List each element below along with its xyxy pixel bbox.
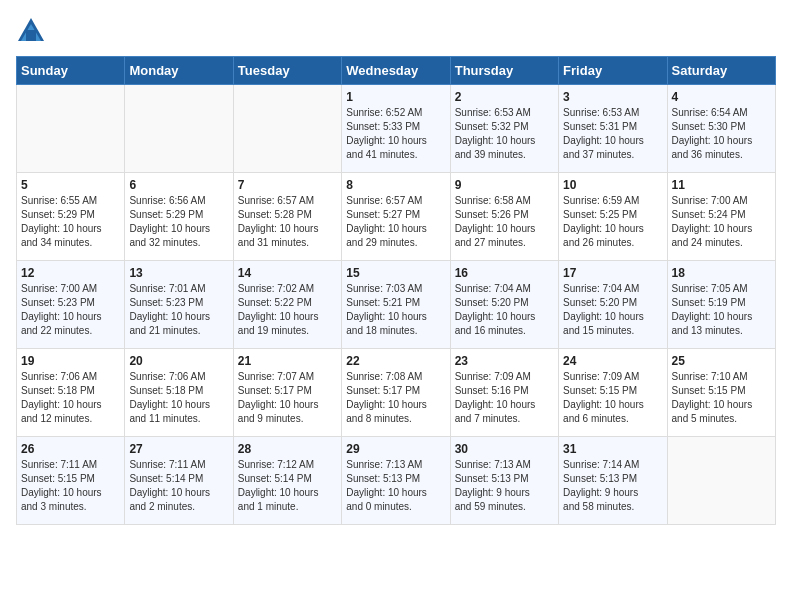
cell-content: Sunrise: 7:00 AM Sunset: 5:23 PM Dayligh…: [21, 282, 120, 338]
day-number: 31: [563, 442, 662, 456]
day-number: 29: [346, 442, 445, 456]
calendar-cell: 16Sunrise: 7:04 AM Sunset: 5:20 PM Dayli…: [450, 261, 558, 349]
calendar-cell: 5Sunrise: 6:55 AM Sunset: 5:29 PM Daylig…: [17, 173, 125, 261]
cell-content: Sunrise: 7:11 AM Sunset: 5:14 PM Dayligh…: [129, 458, 228, 514]
day-number: 27: [129, 442, 228, 456]
calendar-cell: 22Sunrise: 7:08 AM Sunset: 5:17 PM Dayli…: [342, 349, 450, 437]
day-number: 4: [672, 90, 771, 104]
cell-content: Sunrise: 6:52 AM Sunset: 5:33 PM Dayligh…: [346, 106, 445, 162]
day-number: 21: [238, 354, 337, 368]
day-number: 5: [21, 178, 120, 192]
cell-content: Sunrise: 7:13 AM Sunset: 5:13 PM Dayligh…: [455, 458, 554, 514]
calendar-week-row: 12Sunrise: 7:00 AM Sunset: 5:23 PM Dayli…: [17, 261, 776, 349]
calendar-cell: 21Sunrise: 7:07 AM Sunset: 5:17 PM Dayli…: [233, 349, 341, 437]
cell-content: Sunrise: 7:03 AM Sunset: 5:21 PM Dayligh…: [346, 282, 445, 338]
cell-content: Sunrise: 7:10 AM Sunset: 5:15 PM Dayligh…: [672, 370, 771, 426]
cell-content: Sunrise: 7:00 AM Sunset: 5:24 PM Dayligh…: [672, 194, 771, 250]
header-friday: Friday: [559, 57, 667, 85]
calendar-cell: 13Sunrise: 7:01 AM Sunset: 5:23 PM Dayli…: [125, 261, 233, 349]
cell-content: Sunrise: 6:54 AM Sunset: 5:30 PM Dayligh…: [672, 106, 771, 162]
cell-content: Sunrise: 7:06 AM Sunset: 5:18 PM Dayligh…: [129, 370, 228, 426]
calendar-cell: 14Sunrise: 7:02 AM Sunset: 5:22 PM Dayli…: [233, 261, 341, 349]
day-number: 25: [672, 354, 771, 368]
cell-content: Sunrise: 7:04 AM Sunset: 5:20 PM Dayligh…: [455, 282, 554, 338]
day-number: 10: [563, 178, 662, 192]
calendar-week-row: 19Sunrise: 7:06 AM Sunset: 5:18 PM Dayli…: [17, 349, 776, 437]
calendar-cell: 8Sunrise: 6:57 AM Sunset: 5:27 PM Daylig…: [342, 173, 450, 261]
day-number: 14: [238, 266, 337, 280]
cell-content: Sunrise: 6:57 AM Sunset: 5:28 PM Dayligh…: [238, 194, 337, 250]
cell-content: Sunrise: 7:11 AM Sunset: 5:15 PM Dayligh…: [21, 458, 120, 514]
day-number: 6: [129, 178, 228, 192]
header-monday: Monday: [125, 57, 233, 85]
day-number: 7: [238, 178, 337, 192]
day-number: 28: [238, 442, 337, 456]
cell-content: Sunrise: 6:53 AM Sunset: 5:31 PM Dayligh…: [563, 106, 662, 162]
cell-content: Sunrise: 7:14 AM Sunset: 5:13 PM Dayligh…: [563, 458, 662, 514]
calendar-cell: 28Sunrise: 7:12 AM Sunset: 5:14 PM Dayli…: [233, 437, 341, 525]
day-number: 24: [563, 354, 662, 368]
calendar-cell: 23Sunrise: 7:09 AM Sunset: 5:16 PM Dayli…: [450, 349, 558, 437]
calendar-cell: 27Sunrise: 7:11 AM Sunset: 5:14 PM Dayli…: [125, 437, 233, 525]
logo-icon: [16, 16, 46, 46]
day-number: 26: [21, 442, 120, 456]
calendar-cell: 17Sunrise: 7:04 AM Sunset: 5:20 PM Dayli…: [559, 261, 667, 349]
day-number: 8: [346, 178, 445, 192]
calendar-cell: 26Sunrise: 7:11 AM Sunset: 5:15 PM Dayli…: [17, 437, 125, 525]
header-saturday: Saturday: [667, 57, 775, 85]
day-number: 2: [455, 90, 554, 104]
cell-content: Sunrise: 7:01 AM Sunset: 5:23 PM Dayligh…: [129, 282, 228, 338]
day-number: 13: [129, 266, 228, 280]
calendar-cell: [17, 85, 125, 173]
calendar-cell: 1Sunrise: 6:52 AM Sunset: 5:33 PM Daylig…: [342, 85, 450, 173]
day-number: 23: [455, 354, 554, 368]
calendar-week-row: 5Sunrise: 6:55 AM Sunset: 5:29 PM Daylig…: [17, 173, 776, 261]
cell-content: Sunrise: 7:09 AM Sunset: 5:16 PM Dayligh…: [455, 370, 554, 426]
cell-content: Sunrise: 6:56 AM Sunset: 5:29 PM Dayligh…: [129, 194, 228, 250]
calendar-cell: 30Sunrise: 7:13 AM Sunset: 5:13 PM Dayli…: [450, 437, 558, 525]
day-number: 30: [455, 442, 554, 456]
day-number: 12: [21, 266, 120, 280]
calendar-cell: 31Sunrise: 7:14 AM Sunset: 5:13 PM Dayli…: [559, 437, 667, 525]
calendar-cell: 18Sunrise: 7:05 AM Sunset: 5:19 PM Dayli…: [667, 261, 775, 349]
cell-content: Sunrise: 7:04 AM Sunset: 5:20 PM Dayligh…: [563, 282, 662, 338]
calendar-cell: 11Sunrise: 7:00 AM Sunset: 5:24 PM Dayli…: [667, 173, 775, 261]
day-number: 22: [346, 354, 445, 368]
day-number: 9: [455, 178, 554, 192]
cell-content: Sunrise: 6:55 AM Sunset: 5:29 PM Dayligh…: [21, 194, 120, 250]
day-number: 11: [672, 178, 771, 192]
calendar-cell: [667, 437, 775, 525]
cell-content: Sunrise: 7:09 AM Sunset: 5:15 PM Dayligh…: [563, 370, 662, 426]
cell-content: Sunrise: 6:53 AM Sunset: 5:32 PM Dayligh…: [455, 106, 554, 162]
page-header: [16, 16, 776, 46]
calendar-cell: 12Sunrise: 7:00 AM Sunset: 5:23 PM Dayli…: [17, 261, 125, 349]
calendar-table: SundayMondayTuesdayWednesdayThursdayFrid…: [16, 56, 776, 525]
header-sunday: Sunday: [17, 57, 125, 85]
calendar-cell: 15Sunrise: 7:03 AM Sunset: 5:21 PM Dayli…: [342, 261, 450, 349]
calendar-cell: 2Sunrise: 6:53 AM Sunset: 5:32 PM Daylig…: [450, 85, 558, 173]
calendar-header-row: SundayMondayTuesdayWednesdayThursdayFrid…: [17, 57, 776, 85]
calendar-cell: 29Sunrise: 7:13 AM Sunset: 5:13 PM Dayli…: [342, 437, 450, 525]
cell-content: Sunrise: 7:06 AM Sunset: 5:18 PM Dayligh…: [21, 370, 120, 426]
cell-content: Sunrise: 7:07 AM Sunset: 5:17 PM Dayligh…: [238, 370, 337, 426]
calendar-cell: 10Sunrise: 6:59 AM Sunset: 5:25 PM Dayli…: [559, 173, 667, 261]
calendar-cell: 4Sunrise: 6:54 AM Sunset: 5:30 PM Daylig…: [667, 85, 775, 173]
cell-content: Sunrise: 6:57 AM Sunset: 5:27 PM Dayligh…: [346, 194, 445, 250]
header-wednesday: Wednesday: [342, 57, 450, 85]
calendar-cell: [125, 85, 233, 173]
calendar-week-row: 1Sunrise: 6:52 AM Sunset: 5:33 PM Daylig…: [17, 85, 776, 173]
calendar-cell: 7Sunrise: 6:57 AM Sunset: 5:28 PM Daylig…: [233, 173, 341, 261]
cell-content: Sunrise: 7:08 AM Sunset: 5:17 PM Dayligh…: [346, 370, 445, 426]
cell-content: Sunrise: 7:05 AM Sunset: 5:19 PM Dayligh…: [672, 282, 771, 338]
logo: [16, 16, 50, 46]
cell-content: Sunrise: 6:58 AM Sunset: 5:26 PM Dayligh…: [455, 194, 554, 250]
day-number: 1: [346, 90, 445, 104]
day-number: 3: [563, 90, 662, 104]
calendar-cell: 20Sunrise: 7:06 AM Sunset: 5:18 PM Dayli…: [125, 349, 233, 437]
calendar-cell: 9Sunrise: 6:58 AM Sunset: 5:26 PM Daylig…: [450, 173, 558, 261]
day-number: 16: [455, 266, 554, 280]
cell-content: Sunrise: 7:13 AM Sunset: 5:13 PM Dayligh…: [346, 458, 445, 514]
day-number: 19: [21, 354, 120, 368]
day-number: 20: [129, 354, 228, 368]
svg-rect-2: [26, 30, 36, 41]
